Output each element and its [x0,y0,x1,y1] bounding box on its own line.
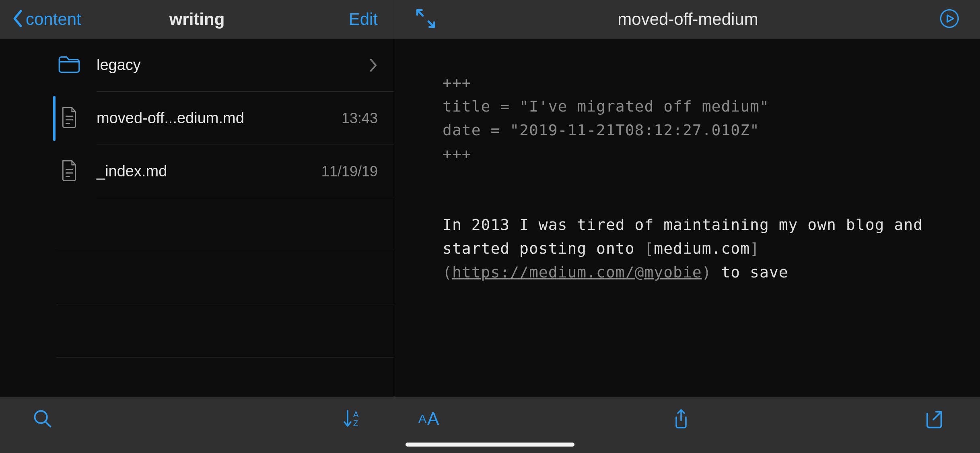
editor-panel: moved-off-medium +++ title = "I've migra… [394,0,980,453]
editor-body-text: to save [712,263,789,281]
bottom-toolbar: A Z AA [0,397,980,453]
sort-az-icon[interactable]: A Z [343,408,362,429]
frontmatter-delimiter: +++ [443,145,471,163]
frontmatter-delimiter: +++ [443,74,471,91]
file-item-moved-off-medium[interactable]: moved-off...edium.md 13:43 [0,92,394,145]
svg-text:A: A [353,410,359,419]
svg-marker-10 [947,15,953,22]
item-timestamp: 13:43 [342,110,378,127]
md-link-text: medium.com [654,240,750,257]
md-bracket: [ [644,240,654,257]
item-date: 11/19/19 [321,163,378,180]
file-item-index[interactable]: _index.md 11/19/19 [0,145,394,198]
compose-icon[interactable] [923,408,944,429]
list-separator [56,304,394,358]
text-size-icon[interactable]: AA [418,409,439,429]
file-icon [60,106,79,130]
search-icon[interactable] [32,408,53,429]
chevron-right-icon [369,58,378,73]
back-button[interactable]: content [12,9,81,30]
edit-button[interactable]: Edit [349,10,378,29]
list-separator [56,251,394,304]
folder-item-legacy[interactable]: legacy [0,39,394,92]
back-label: content [26,10,81,29]
svg-text:Z: Z [353,419,358,428]
expand-fullscreen-icon[interactable] [414,7,437,31]
back-chevron-icon [12,9,23,30]
file-list[interactable]: legacy [0,39,394,453]
item-name: _index.md [97,163,167,180]
right-header: moved-off-medium [394,0,980,39]
file-icon [60,159,79,184]
home-indicator[interactable] [406,443,574,447]
svg-line-17 [933,412,941,420]
md-paren: ( [443,263,452,281]
preview-play-icon[interactable] [939,8,960,31]
svg-line-12 [46,422,51,427]
item-name: moved-off...edium.md [97,110,244,127]
folder-icon [58,53,80,77]
svg-point-9 [941,10,958,27]
share-icon[interactable] [671,408,692,429]
frontmatter-line: title = "I've migrated off medium" [443,97,769,115]
file-browser-panel: content writing Edit legacy [0,0,394,453]
text-editor[interactable]: +++ title = "I've migrated off medium" d… [394,39,980,453]
left-header: content writing Edit [0,0,394,39]
item-name: legacy [97,56,141,74]
left-header-title: writing [169,10,225,29]
md-paren: ) [702,263,712,281]
list-separator [56,198,394,251]
frontmatter-line: date = "2019-11-21T08:12:27.010Z" [443,121,760,139]
editor-title: moved-off-medium [618,10,758,29]
md-link-url: https://medium.com/@myobie [452,263,702,281]
md-bracket: ] [750,240,760,257]
